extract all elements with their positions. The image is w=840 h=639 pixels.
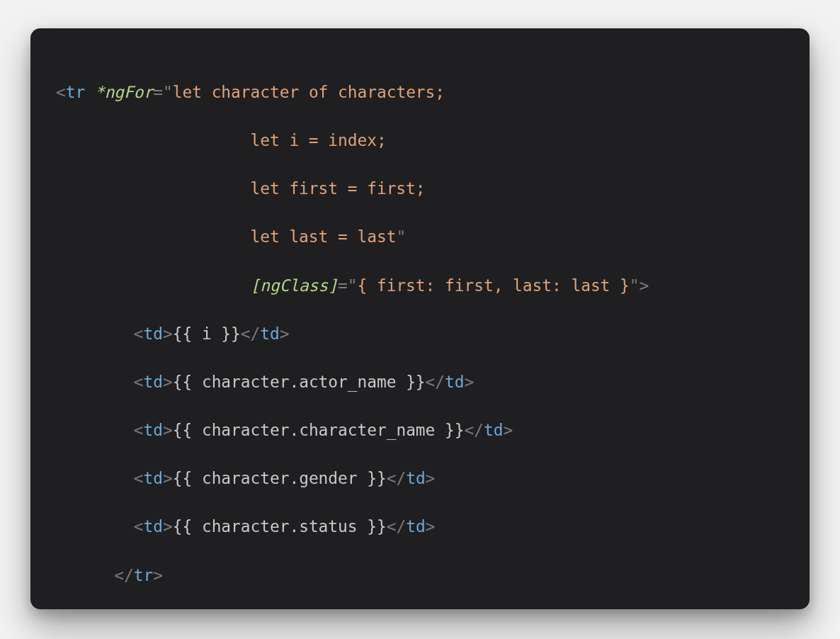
code-line: <tr *ngFor="let character of characters; xyxy=(56,83,445,101)
code-block[interactable]: <tr *ngFor="let character of characters;… xyxy=(56,68,784,599)
code-line: <td>{{ character.gender }}</td> xyxy=(56,469,435,487)
code-token: {{ character.status }} xyxy=(173,517,387,536)
code-token xyxy=(85,83,95,101)
code-token: { first: first, last: last } xyxy=(358,276,630,295)
code-token: > xyxy=(163,469,173,487)
code-token: < xyxy=(134,421,144,439)
code-token: " xyxy=(163,83,173,101)
code-token: td xyxy=(144,469,163,487)
code-token: td xyxy=(406,517,425,536)
code-token: > xyxy=(163,373,173,391)
code-token: {{ character.character_name }} xyxy=(173,421,465,439)
code-token: < xyxy=(114,566,124,584)
code-token xyxy=(56,276,251,295)
code-token: " xyxy=(348,276,358,295)
code-token: > xyxy=(163,324,173,343)
code-token: < xyxy=(134,373,144,391)
code-token: let character of characters; xyxy=(173,83,445,101)
code-token xyxy=(56,179,251,198)
code-token: / xyxy=(435,373,445,391)
code-token: / xyxy=(251,324,261,343)
code-token xyxy=(56,227,251,246)
code-token: < xyxy=(134,469,144,487)
code-token: [ngClass] xyxy=(251,276,339,295)
code-token: / xyxy=(474,421,484,439)
code-token: td xyxy=(144,373,163,391)
code-token: *ngFor xyxy=(95,83,153,101)
code-token: let last = last xyxy=(251,227,397,246)
code-token: < xyxy=(134,517,144,536)
code-line: [ngClass]="{ first: first, last: last }"… xyxy=(56,276,649,295)
code-token: td xyxy=(484,421,503,439)
code-token: td xyxy=(445,373,464,391)
code-line: let last = last" xyxy=(56,227,406,246)
code-token: / xyxy=(396,469,406,487)
code-token: {{ character.actor_name }} xyxy=(173,373,426,391)
code-token: > xyxy=(640,276,649,295)
code-token: < xyxy=(387,469,397,487)
code-token: = xyxy=(338,276,348,295)
code-token xyxy=(56,421,134,439)
code-token: < xyxy=(134,324,144,343)
code-token: > xyxy=(465,373,475,391)
code-token: td xyxy=(260,324,279,343)
code-line: <td>{{ character.status }}</td> xyxy=(56,517,435,536)
code-line: <td>{{ character.character_name }}</td> xyxy=(56,421,513,439)
code-token: tr xyxy=(134,566,153,584)
code-token: " xyxy=(396,227,406,246)
code-token: let first = first; xyxy=(251,179,426,198)
code-token: < xyxy=(464,421,474,439)
code-token xyxy=(56,469,134,487)
code-token: > xyxy=(503,421,513,439)
code-token: < xyxy=(426,373,436,391)
code-card: <tr *ngFor="let character of characters;… xyxy=(30,28,810,609)
code-token xyxy=(56,566,114,584)
code-token: > xyxy=(163,421,173,439)
code-token: < xyxy=(241,324,251,343)
code-token: < xyxy=(56,83,66,101)
code-token: < xyxy=(387,517,397,536)
code-token: / xyxy=(396,517,406,536)
code-line: let i = index; xyxy=(56,131,387,149)
code-token: {{ character.gender }} xyxy=(173,469,387,487)
code-token: > xyxy=(153,566,163,584)
code-token: td xyxy=(144,421,163,439)
code-token: > xyxy=(280,324,290,343)
code-token: / xyxy=(124,566,134,584)
code-token: > xyxy=(163,517,173,536)
code-token: " xyxy=(630,276,640,295)
code-line: <td>{{ character.actor_name }}</td> xyxy=(56,373,474,391)
code-token: {{ i }} xyxy=(173,324,241,343)
code-line: let first = first; xyxy=(56,179,426,198)
code-token: tr xyxy=(66,83,85,101)
code-token: let i = index; xyxy=(251,131,387,149)
code-token xyxy=(56,373,134,391)
code-token: = xyxy=(153,83,163,101)
code-line: <td>{{ i }}</td> xyxy=(56,324,289,343)
code-token: td xyxy=(144,324,163,343)
code-token: > xyxy=(426,517,436,536)
code-token xyxy=(56,324,134,343)
code-token xyxy=(56,517,134,536)
code-token: td xyxy=(406,469,425,487)
code-line: </tr> xyxy=(56,566,163,584)
code-token: td xyxy=(144,517,163,536)
code-token: > xyxy=(426,469,436,487)
code-token xyxy=(56,131,251,149)
